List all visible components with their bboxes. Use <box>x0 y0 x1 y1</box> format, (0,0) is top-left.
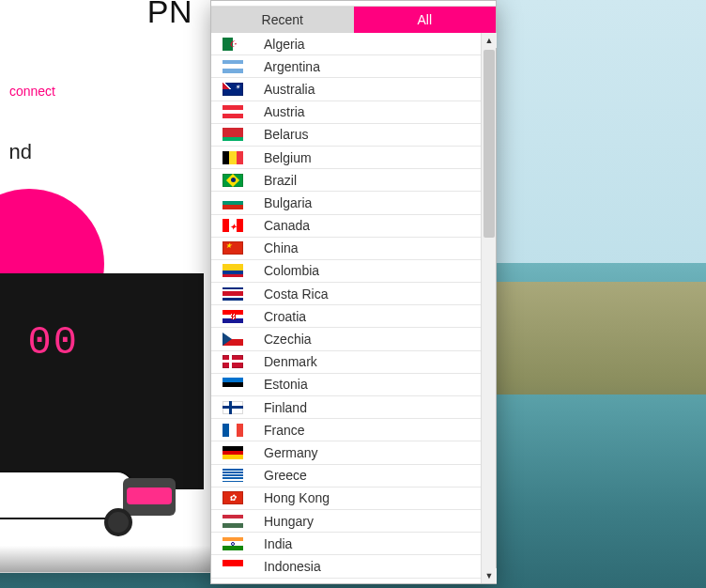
country-row[interactable]: Germany <box>211 441 481 464</box>
country-row[interactable]: ☪Algeria <box>211 33 481 55</box>
country-row[interactable]: ★China <box>211 238 481 260</box>
country-row[interactable]: Hungary <box>211 510 481 533</box>
flag-icon <box>223 515 243 528</box>
flag-icon <box>223 128 243 141</box>
country-name: Algeria <box>264 37 305 52</box>
session-timer: 00 <box>28 320 79 365</box>
country-row[interactable]: Brazil <box>211 169 481 192</box>
scroll-thumb[interactable] <box>483 50 495 238</box>
country-row[interactable]: Estonia <box>211 374 481 396</box>
vpn-app-window: PN connect nd 00 on! Malicious Websites <box>0 0 216 573</box>
country-name: China <box>264 240 299 255</box>
country-name: Estonia <box>264 377 308 392</box>
country-row[interactable]: Colombia <box>211 260 481 283</box>
app-title: PN <box>147 0 192 30</box>
country-list: ☪AlgeriaArgentina✶AustraliaAustriaBelaru… <box>211 33 481 583</box>
flag-icon: ✿ <box>223 491 243 504</box>
country-name: Belarus <box>264 127 308 142</box>
country-name: Hungary <box>264 514 314 529</box>
country-name: Greece <box>264 468 307 483</box>
country-name: Denmark <box>264 354 317 369</box>
flag-icon <box>223 378 243 391</box>
flag-icon <box>223 401 243 414</box>
dropdown-tabs: Recent All <box>211 7 496 33</box>
flag-icon <box>223 537 243 550</box>
flag-icon <box>223 264 243 277</box>
country-name: France <box>264 423 305 438</box>
country-row[interactable]: Belarus <box>211 124 481 147</box>
country-row[interactable]: ✦Canada <box>211 215 481 238</box>
flag-icon <box>223 355 243 368</box>
country-name: Croatia <box>264 309 306 324</box>
stats-panel <box>0 273 204 489</box>
flag-icon <box>223 310 243 323</box>
country-name: Australia <box>264 82 315 97</box>
country-name: Hong Kong <box>264 490 330 505</box>
flag-icon: ★ <box>223 241 243 255</box>
country-name: Germany <box>264 445 318 460</box>
country-row[interactable]: Czechia <box>211 328 481 350</box>
country-name: Austria <box>264 104 305 119</box>
flag-icon: ✶ <box>223 83 243 96</box>
country-row[interactable]: Austria <box>211 101 481 124</box>
country-row[interactable]: ✿Hong Kong <box>211 487 481 510</box>
flag-icon <box>223 105 243 118</box>
country-name: Brazil <box>264 173 297 188</box>
country-row[interactable]: Croatia <box>211 305 481 328</box>
country-name: Finland <box>264 400 307 415</box>
flag-icon <box>223 424 243 437</box>
country-name: Costa Rica <box>264 286 328 302</box>
country-name: Bulgaria <box>264 195 312 210</box>
status-text: nd <box>9 140 32 164</box>
country-row[interactable]: Argentina <box>211 55 481 78</box>
flag-icon <box>223 333 243 346</box>
country-name: India <box>264 536 292 551</box>
country-row[interactable]: France <box>211 419 481 441</box>
country-row[interactable]: Indonesia <box>211 555 481 578</box>
country-name: Canada <box>264 218 310 233</box>
flag-icon <box>223 446 243 459</box>
country-dropdown: Recent All ☪AlgeriaArgentina✶AustraliaAu… <box>210 0 497 584</box>
flag-icon: ☪ <box>223 38 243 51</box>
country-name: Colombia <box>264 263 319 278</box>
flag-icon <box>223 60 243 73</box>
country-row[interactable]: ✶Australia <box>211 78 481 101</box>
scroll-down-button[interactable]: ▼ <box>482 568 497 583</box>
country-name: Argentina <box>264 59 320 74</box>
country-row[interactable]: Finland <box>211 396 481 419</box>
tab-recent[interactable]: Recent <box>211 7 354 33</box>
country-row[interactable]: Bulgaria <box>211 192 481 214</box>
country-name: Belgium <box>264 150 312 165</box>
flag-icon <box>223 469 243 482</box>
connect-link[interactable]: connect <box>9 84 55 99</box>
robot-illustration <box>95 471 198 536</box>
country-name: Czechia <box>264 332 312 347</box>
flag-icon <box>223 560 243 573</box>
country-row[interactable]: Denmark <box>211 351 481 374</box>
flag-icon <box>223 174 243 187</box>
flag-icon <box>223 196 243 209</box>
flag-icon <box>223 151 243 164</box>
country-row[interactable]: Greece <box>211 465 481 487</box>
tab-all[interactable]: All <box>354 7 497 33</box>
country-name: Indonesia <box>264 559 321 574</box>
flag-icon: ✦ <box>223 219 243 232</box>
country-row[interactable]: Belgium <box>211 147 481 169</box>
flag-icon <box>223 287 243 301</box>
country-row[interactable]: India <box>211 533 481 555</box>
scroll-up-button[interactable]: ▲ <box>482 33 497 48</box>
country-row[interactable]: Costa Rica <box>211 283 481 305</box>
scrollbar[interactable]: ▲ ▼ <box>481 33 496 583</box>
